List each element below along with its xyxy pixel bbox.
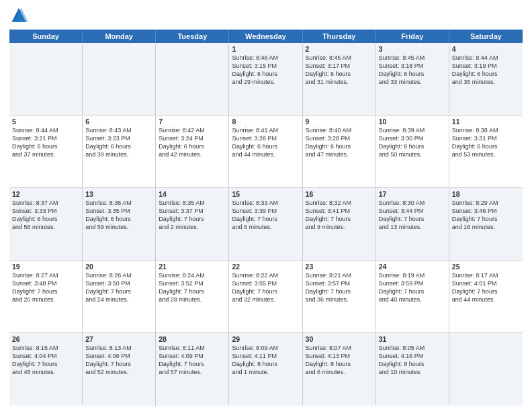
day-info: Sunrise: 8:35 AM Sunset: 3:37 PM Dayligh…	[159, 199, 226, 232]
day-number: 24	[379, 263, 446, 271]
day-info: Sunrise: 8:22 AM Sunset: 3:55 PM Dayligh…	[232, 271, 299, 304]
calendar-cell: 7Sunrise: 8:42 AM Sunset: 3:24 PM Daylig…	[156, 116, 229, 187]
day-info: Sunrise: 8:11 AM Sunset: 4:09 PM Dayligh…	[159, 344, 226, 377]
day-info: Sunrise: 8:38 AM Sunset: 3:31 PM Dayligh…	[452, 126, 520, 159]
day-number: 9	[306, 118, 373, 126]
calendar-row: 12Sunrise: 8:37 AM Sunset: 3:33 PM Dayli…	[9, 188, 523, 261]
day-number: 8	[232, 118, 299, 126]
day-info: Sunrise: 8:26 AM Sunset: 3:50 PM Dayligh…	[85, 271, 152, 304]
day-number: 25	[452, 263, 520, 271]
day-info: Sunrise: 8:36 AM Sunset: 3:35 PM Dayligh…	[85, 199, 152, 232]
day-info: Sunrise: 8:37 AM Sunset: 3:33 PM Dayligh…	[12, 199, 79, 232]
day-number: 1	[232, 45, 299, 53]
calendar-cell: 20Sunrise: 8:26 AM Sunset: 3:50 PM Dayli…	[83, 261, 156, 332]
day-info: Sunrise: 8:32 AM Sunset: 3:41 PM Dayligh…	[306, 199, 373, 232]
calendar-cell: 16Sunrise: 8:32 AM Sunset: 3:41 PM Dayli…	[303, 188, 376, 260]
day-info: Sunrise: 8:40 AM Sunset: 3:28 PM Dayligh…	[306, 126, 373, 159]
calendar-cell: 28Sunrise: 8:11 AM Sunset: 4:09 PM Dayli…	[156, 333, 229, 406]
calendar-cell: 2Sunrise: 8:45 AM Sunset: 3:17 PM Daylig…	[303, 43, 376, 115]
day-info: Sunrise: 8:15 AM Sunset: 4:04 PM Dayligh…	[12, 344, 79, 377]
day-number: 21	[159, 263, 226, 271]
day-number: 27	[85, 335, 152, 343]
day-info: Sunrise: 8:19 AM Sunset: 3:59 PM Dayligh…	[379, 271, 446, 304]
calendar-cell: 18Sunrise: 8:29 AM Sunset: 3:46 PM Dayli…	[449, 188, 523, 260]
day-number: 29	[232, 335, 299, 343]
day-info: Sunrise: 8:42 AM Sunset: 3:24 PM Dayligh…	[159, 126, 226, 159]
calendar-cell	[83, 43, 156, 115]
calendar-cell	[9, 43, 83, 115]
day-number: 14	[159, 190, 226, 198]
calendar-cell: 30Sunrise: 8:07 AM Sunset: 4:13 PM Dayli…	[303, 333, 376, 406]
day-number: 11	[452, 118, 520, 126]
calendar-cell: 24Sunrise: 8:19 AM Sunset: 3:59 PM Dayli…	[376, 261, 449, 332]
day-info: Sunrise: 8:24 AM Sunset: 3:52 PM Dayligh…	[159, 271, 226, 304]
day-number: 2	[306, 45, 373, 53]
calendar-row: 1Sunrise: 8:46 AM Sunset: 3:15 PM Daylig…	[9, 43, 523, 116]
calendar-row: 19Sunrise: 8:27 AM Sunset: 3:48 PM Dayli…	[9, 261, 523, 333]
day-number: 17	[379, 190, 446, 198]
calendar-cell: 5Sunrise: 8:44 AM Sunset: 3:21 PM Daylig…	[9, 116, 83, 187]
day-info: Sunrise: 8:07 AM Sunset: 4:13 PM Dayligh…	[306, 344, 373, 377]
calendar-body: 1Sunrise: 8:46 AM Sunset: 3:15 PM Daylig…	[9, 43, 523, 406]
day-number: 5	[12, 118, 79, 126]
main-container: SundayMondayTuesdayWednesdayThursdayFrid…	[0, 0, 532, 411]
calendar-cell: 14Sunrise: 8:35 AM Sunset: 3:37 PM Dayli…	[156, 188, 229, 260]
day-number: 3	[379, 45, 446, 53]
weekday-header: Thursday	[303, 30, 376, 43]
day-number: 12	[12, 190, 79, 198]
day-number: 7	[159, 118, 226, 126]
calendar-cell: 13Sunrise: 8:36 AM Sunset: 3:35 PM Dayli…	[83, 188, 156, 260]
day-number: 18	[452, 190, 520, 198]
day-number: 30	[306, 335, 373, 343]
day-info: Sunrise: 8:46 AM Sunset: 3:15 PM Dayligh…	[232, 54, 299, 87]
day-number: 22	[232, 263, 299, 271]
calendar-cell: 3Sunrise: 8:45 AM Sunset: 3:18 PM Daylig…	[376, 43, 449, 115]
weekday-header: Friday	[376, 30, 449, 43]
weekday-header: Wednesday	[229, 30, 302, 43]
weekday-header: Monday	[83, 30, 156, 43]
day-info: Sunrise: 8:13 AM Sunset: 4:06 PM Dayligh…	[85, 344, 152, 377]
day-info: Sunrise: 8:44 AM Sunset: 3:19 PM Dayligh…	[452, 54, 520, 87]
day-info: Sunrise: 8:45 AM Sunset: 3:17 PM Dayligh…	[306, 54, 373, 87]
day-info: Sunrise: 8:27 AM Sunset: 3:48 PM Dayligh…	[12, 271, 79, 304]
calendar-cell: 17Sunrise: 8:30 AM Sunset: 3:44 PM Dayli…	[376, 188, 449, 260]
calendar-cell: 26Sunrise: 8:15 AM Sunset: 4:04 PM Dayli…	[9, 333, 83, 406]
weekday-header: Sunday	[9, 30, 83, 43]
calendar-row: 26Sunrise: 8:15 AM Sunset: 4:04 PM Dayli…	[9, 333, 523, 406]
calendar-cell: 23Sunrise: 8:21 AM Sunset: 3:57 PM Dayli…	[303, 261, 376, 332]
calendar-cell: 27Sunrise: 8:13 AM Sunset: 4:06 PM Dayli…	[83, 333, 156, 406]
day-number: 20	[85, 263, 152, 271]
calendar-cell: 6Sunrise: 8:43 AM Sunset: 3:23 PM Daylig…	[83, 116, 156, 187]
day-number: 28	[159, 335, 226, 343]
calendar-cell: 11Sunrise: 8:38 AM Sunset: 3:31 PM Dayli…	[449, 116, 523, 187]
day-number: 13	[85, 190, 152, 198]
weekday-header: Saturday	[449, 30, 523, 43]
day-info: Sunrise: 8:21 AM Sunset: 3:57 PM Dayligh…	[306, 271, 373, 304]
calendar-cell: 4Sunrise: 8:44 AM Sunset: 3:19 PM Daylig…	[449, 43, 523, 115]
calendar-header: SundayMondayTuesdayWednesdayThursdayFrid…	[9, 30, 523, 43]
calendar-cell: 31Sunrise: 8:05 AM Sunset: 4:16 PM Dayli…	[376, 333, 449, 406]
calendar-cell: 12Sunrise: 8:37 AM Sunset: 3:33 PM Dayli…	[9, 188, 83, 260]
day-number: 15	[232, 190, 299, 198]
day-info: Sunrise: 8:09 AM Sunset: 4:11 PM Dayligh…	[232, 344, 299, 377]
logo	[9, 7, 30, 26]
weekday-header: Tuesday	[156, 30, 229, 43]
calendar-cell: 9Sunrise: 8:40 AM Sunset: 3:28 PM Daylig…	[303, 116, 376, 187]
day-number: 10	[379, 118, 446, 126]
day-number: 4	[452, 45, 520, 53]
day-info: Sunrise: 8:45 AM Sunset: 3:18 PM Dayligh…	[379, 54, 446, 87]
day-info: Sunrise: 8:17 AM Sunset: 4:01 PM Dayligh…	[452, 271, 520, 304]
day-number: 31	[379, 335, 446, 343]
calendar-cell	[449, 333, 523, 406]
calendar-cell: 21Sunrise: 8:24 AM Sunset: 3:52 PM Dayli…	[156, 261, 229, 332]
day-info: Sunrise: 8:44 AM Sunset: 3:21 PM Dayligh…	[12, 126, 79, 159]
calendar-cell: 22Sunrise: 8:22 AM Sunset: 3:55 PM Dayli…	[229, 261, 302, 332]
day-info: Sunrise: 8:33 AM Sunset: 3:39 PM Dayligh…	[232, 199, 299, 232]
calendar-cell: 15Sunrise: 8:33 AM Sunset: 3:39 PM Dayli…	[229, 188, 302, 260]
calendar-cell: 19Sunrise: 8:27 AM Sunset: 3:48 PM Dayli…	[9, 261, 83, 332]
day-number: 19	[12, 263, 79, 271]
day-info: Sunrise: 8:43 AM Sunset: 3:23 PM Dayligh…	[85, 126, 152, 159]
day-info: Sunrise: 8:39 AM Sunset: 3:30 PM Dayligh…	[379, 126, 446, 159]
logo-icon	[9, 7, 28, 26]
calendar: SundayMondayTuesdayWednesdayThursdayFrid…	[9, 30, 523, 406]
